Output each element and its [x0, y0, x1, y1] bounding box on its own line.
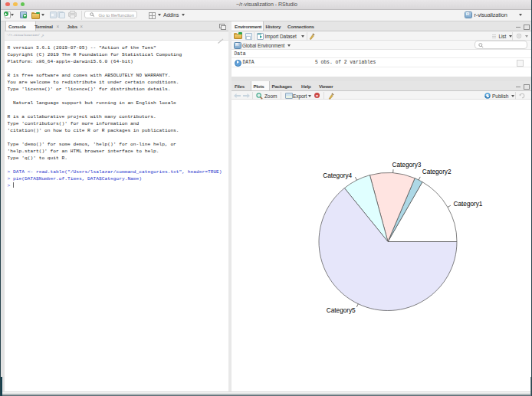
svg-text:Category1: Category1	[454, 200, 483, 208]
svg-text:Category2: Category2	[422, 168, 452, 175]
svg-text:Category4: Category4	[323, 172, 352, 179]
svg-text:Category3: Category3	[392, 161, 422, 169]
svg-text:Category5: Category5	[327, 306, 356, 314]
